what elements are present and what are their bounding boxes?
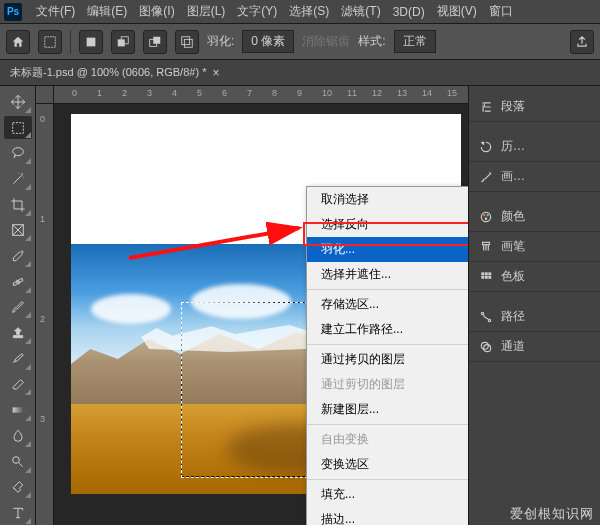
context-menu-item[interactable]: 选择并遮住... bbox=[307, 262, 468, 287]
panel-label: 画… bbox=[501, 168, 525, 185]
channels-icon bbox=[479, 340, 493, 354]
context-menu-item[interactable]: 存储选区... bbox=[307, 292, 468, 317]
panel-color[interactable]: 颜色 bbox=[469, 202, 600, 232]
dodge-tool[interactable] bbox=[4, 450, 32, 474]
eyedropper-tool[interactable] bbox=[4, 244, 32, 268]
context-menu-item[interactable]: 变换选区 bbox=[307, 452, 468, 477]
svg-rect-11 bbox=[12, 408, 23, 413]
color-icon bbox=[479, 210, 493, 224]
svg-point-17 bbox=[485, 217, 487, 219]
menu-window[interactable]: 窗口 bbox=[483, 3, 519, 20]
subtract-selection-mode[interactable] bbox=[143, 30, 167, 54]
blur-tool[interactable] bbox=[4, 424, 32, 448]
type-tool[interactable] bbox=[4, 501, 32, 525]
context-menu-item[interactable]: 填充... bbox=[307, 482, 468, 507]
svg-rect-1 bbox=[87, 37, 96, 46]
svg-rect-6 bbox=[182, 36, 190, 44]
context-menu-item[interactable]: 取消选择 bbox=[307, 187, 468, 212]
clone-stamp-tool[interactable] bbox=[4, 321, 32, 345]
lasso-tool[interactable] bbox=[4, 141, 32, 165]
document-tab-title: 未标题-1.psd @ 100% (0606, RGB/8#) * bbox=[10, 65, 206, 80]
home-button[interactable] bbox=[6, 30, 30, 54]
style-select[interactable]: 正常 bbox=[394, 30, 436, 53]
panel-label: 历… bbox=[501, 138, 525, 155]
brush-tool[interactable] bbox=[4, 296, 32, 320]
panel-history[interactable]: 历… bbox=[469, 132, 600, 162]
close-tab-icon[interactable]: × bbox=[212, 66, 219, 80]
options-bar: 羽化: 0 像素 消除锯齿 样式: 正常 bbox=[0, 24, 600, 60]
panel-swatches[interactable]: 色板 bbox=[469, 262, 600, 292]
ruler-tick: 14 bbox=[422, 88, 432, 98]
ruler-tick: 2 bbox=[122, 88, 127, 98]
menu-image[interactable]: 图像(I) bbox=[133, 3, 180, 20]
ruler-tick: 1 bbox=[97, 88, 102, 98]
intersect-selection-mode[interactable] bbox=[175, 30, 199, 54]
panel-label: 画笔 bbox=[501, 238, 525, 255]
panel-paths[interactable]: 路径 bbox=[469, 302, 600, 332]
magic-wand-tool[interactable] bbox=[4, 167, 32, 191]
brush-settings-icon bbox=[479, 240, 493, 254]
menu-edit[interactable]: 编辑(E) bbox=[81, 3, 133, 20]
panel-label: 段落 bbox=[501, 98, 525, 115]
brushes-icon bbox=[479, 170, 493, 184]
antialias-checkbox-label: 消除锯齿 bbox=[302, 33, 350, 50]
panel-label: 颜色 bbox=[501, 208, 525, 225]
panel-brush-settings[interactable]: 画笔 bbox=[469, 232, 600, 262]
menu-type[interactable]: 文字(Y) bbox=[231, 3, 283, 20]
svg-rect-0 bbox=[45, 36, 56, 47]
svg-rect-7 bbox=[184, 39, 192, 47]
context-menu-item[interactable]: 建立工作路径... bbox=[307, 317, 468, 342]
eraser-tool[interactable] bbox=[4, 373, 32, 397]
menu-view[interactable]: 视图(V) bbox=[431, 3, 483, 20]
ruler-tick: 2 bbox=[40, 314, 45, 324]
document-tab[interactable]: 未标题-1.psd @ 100% (0606, RGB/8#) * × bbox=[10, 65, 219, 80]
share-button[interactable] bbox=[570, 30, 594, 54]
svg-rect-18 bbox=[483, 242, 490, 244]
context-menu-item[interactable]: 新建图层... bbox=[307, 397, 468, 422]
menu-3d[interactable]: 3D(D) bbox=[387, 5, 431, 19]
svg-point-25 bbox=[481, 312, 483, 314]
context-menu-item[interactable]: 通过拷贝的图层 bbox=[307, 347, 468, 372]
canvas-area[interactable]: 012345678910111213141516 0123 取消选择选择反向羽化… bbox=[36, 86, 468, 525]
svg-point-16 bbox=[487, 214, 489, 216]
menu-file[interactable]: 文件(F) bbox=[30, 3, 81, 20]
frame-tool[interactable] bbox=[4, 219, 32, 243]
crop-tool[interactable] bbox=[4, 193, 32, 217]
new-selection-mode[interactable] bbox=[79, 30, 103, 54]
ruler-tick: 3 bbox=[40, 414, 45, 424]
healing-brush-tool[interactable] bbox=[4, 270, 32, 294]
workspace: 012345678910111213141516 0123 取消选择选择反向羽化… bbox=[0, 86, 600, 525]
ruler-tick: 8 bbox=[272, 88, 277, 98]
ruler-horizontal: 012345678910111213141516 bbox=[54, 86, 468, 104]
ruler-tick: 13 bbox=[397, 88, 407, 98]
watermark-text: 爱创根知识网 bbox=[510, 505, 594, 523]
context-menu-item[interactable]: 选择反向 bbox=[307, 212, 468, 237]
ruler-tick: 7 bbox=[247, 88, 252, 98]
context-menu-item: 自由变换 bbox=[307, 427, 468, 452]
menu-filter[interactable]: 滤镜(T) bbox=[335, 3, 386, 20]
svg-rect-24 bbox=[488, 275, 491, 278]
context-menu-item[interactable]: 羽化... bbox=[307, 237, 468, 262]
panel-channels[interactable]: 通道 bbox=[469, 332, 600, 362]
svg-rect-5 bbox=[153, 36, 160, 43]
ruler-tick: 11 bbox=[347, 88, 357, 98]
add-selection-mode[interactable] bbox=[111, 30, 135, 54]
panel-brushes[interactable]: 画… bbox=[469, 162, 600, 192]
menu-select[interactable]: 选择(S) bbox=[283, 3, 335, 20]
menu-layer[interactable]: 图层(L) bbox=[181, 3, 232, 20]
ruler-tick: 15 bbox=[447, 88, 457, 98]
panel-label: 通道 bbox=[501, 338, 525, 355]
history-brush-tool[interactable] bbox=[4, 347, 32, 371]
feather-input[interactable]: 0 像素 bbox=[242, 30, 294, 53]
ruler-tick: 1 bbox=[40, 214, 45, 224]
ruler-tick: 6 bbox=[222, 88, 227, 98]
document-tab-bar: 未标题-1.psd @ 100% (0606, RGB/8#) * × bbox=[0, 60, 600, 86]
gradient-tool[interactable] bbox=[4, 398, 32, 422]
pen-tool[interactable] bbox=[4, 476, 32, 500]
context-menu-item[interactable]: 描边... bbox=[307, 507, 468, 525]
panel-paragraph[interactable]: 段落 bbox=[469, 92, 600, 122]
marquee-tool-indicator[interactable] bbox=[38, 30, 62, 54]
move-tool[interactable] bbox=[4, 90, 32, 114]
svg-rect-23 bbox=[485, 275, 488, 278]
marquee-tool[interactable] bbox=[4, 116, 32, 140]
